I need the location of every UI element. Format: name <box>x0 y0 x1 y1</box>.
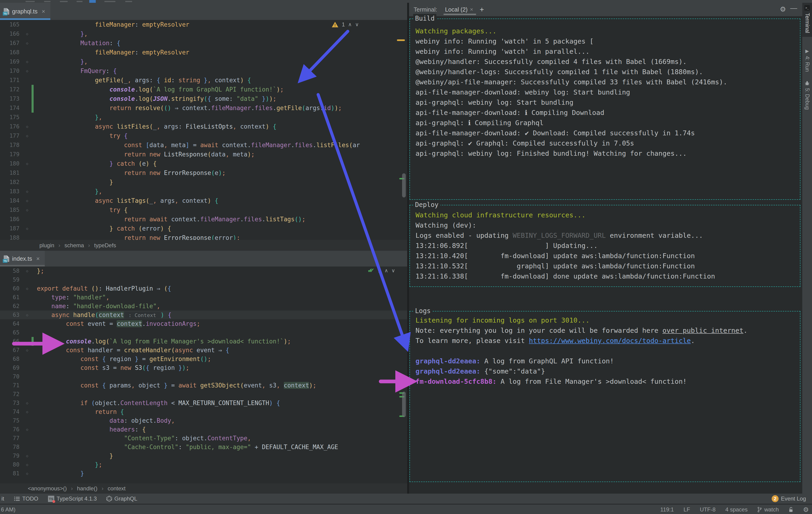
line-number[interactable]: 77 <box>0 434 23 443</box>
line-number[interactable]: 165 <box>0 20 23 29</box>
breadcrumb-item[interactable]: typeDefs <box>94 242 116 249</box>
line-number[interactable]: 174 <box>0 103 23 113</box>
line-number[interactable]: 185 <box>0 205 23 215</box>
line-number[interactable]: 178 <box>0 141 23 150</box>
tab-index-ts[interactable]: TS index.ts × <box>0 251 45 267</box>
close-icon[interactable]: × <box>470 6 473 13</box>
prev-issue-icon[interactable]: ∧ <box>384 268 388 274</box>
line-number[interactable]: 171 <box>0 75 23 85</box>
encoding-widget[interactable]: UTF-8 <box>700 506 716 513</box>
gear-icon[interactable]: ⚙ <box>780 5 786 13</box>
editor1-scrollbar[interactable] <box>402 173 406 198</box>
next-issue-icon[interactable]: ∨ <box>392 268 395 274</box>
line-number[interactable]: 183 <box>0 187 23 196</box>
line-number[interactable]: 67 <box>0 346 23 355</box>
close-icon[interactable]: × <box>36 255 40 262</box>
line-number[interactable]: 60 <box>0 284 23 293</box>
editor2-scrollbar[interactable] <box>402 392 406 417</box>
line-number[interactable]: 63 <box>0 310 23 319</box>
line-number[interactable]: 177 <box>0 131 23 141</box>
line-number[interactable]: 173 <box>0 94 23 103</box>
active-terminal-tab-indicator <box>443 14 476 15</box>
graphql-status-button[interactable]: GraphQL <box>107 495 137 502</box>
line-number[interactable]: 79 <box>0 451 23 460</box>
line-number[interactable]: 64 <box>0 319 23 328</box>
tab-graphql-ts[interactable]: TS graphql.ts × <box>0 3 50 20</box>
breadcrumb-item[interactable]: <anonymous>() <box>28 485 67 492</box>
caret-position-widget[interactable]: 119:1 <box>660 506 674 513</box>
line-number[interactable]: 58 <box>0 267 23 275</box>
editor2-tabbar: TS index.ts × <box>0 251 407 267</box>
next-issue-icon[interactable]: ∨ <box>355 22 359 28</box>
line-number[interactable]: 59 <box>0 275 23 284</box>
line-number[interactable]: 80 <box>0 460 23 469</box>
breadcrumb-item[interactable]: schema <box>64 242 84 249</box>
line-number[interactable]: 78 <box>0 443 23 451</box>
line-number[interactable]: 68 <box>0 355 23 363</box>
line-number[interactable]: 62 <box>0 302 23 310</box>
line-number[interactable]: 70 <box>0 372 23 381</box>
todo-button[interactable]: TODO <box>14 495 38 502</box>
line-number[interactable]: 170 <box>0 66 23 75</box>
line-number[interactable]: 184 <box>0 196 23 205</box>
line-number[interactable]: 76 <box>0 425 23 434</box>
line-number[interactable]: 182 <box>0 178 23 187</box>
error-stripe-warning-mark[interactable] <box>397 39 405 41</box>
line-number[interactable]: 180 <box>0 159 23 168</box>
line-number[interactable]: 179 <box>0 150 23 159</box>
line-number[interactable]: 167 <box>0 38 23 48</box>
line-number[interactable]: 168 <box>0 48 23 57</box>
stripe-run-button[interactable]: ▶ 4: Run <box>802 48 812 72</box>
inspection-widget[interactable]: ✔✔ 1 ∧ ∨ <box>368 267 395 274</box>
line-number[interactable]: 65 <box>0 328 23 337</box>
stripe-terminal-button[interactable]: >_ Terminal <box>802 3 812 37</box>
new-terminal-icon[interactable]: + <box>480 5 484 14</box>
line-number[interactable]: 169 <box>0 57 23 66</box>
terminal-line: @webiny/api-file-manager: Successfully c… <box>415 77 798 87</box>
line-number[interactable]: 71 <box>0 381 23 390</box>
line-number[interactable]: 186 <box>0 215 23 224</box>
editor1-code-area[interactable]: 165 fileManager: emptyResolver166◇ },167… <box>0 20 407 240</box>
terminal-line: webiny info: Running 'watch' in 5 packag… <box>415 36 798 47</box>
line-number[interactable]: 69 <box>0 363 23 372</box>
line-number[interactable]: 72 <box>0 390 23 399</box>
inspection-widget[interactable]: ! 1 ∧ ∨ <box>331 21 359 28</box>
indent-widget[interactable]: 4 spaces <box>725 506 748 513</box>
code-line: 66 console.log(`A log from File Manager'… <box>0 337 407 346</box>
code-line: 81◇ } <box>0 469 407 478</box>
line-number[interactable]: 187 <box>0 224 23 233</box>
line-number[interactable]: 66 <box>0 337 23 346</box>
line-number[interactable]: 73 <box>0 399 23 407</box>
lock-widget[interactable] <box>789 507 793 512</box>
minimize-icon[interactable]: — <box>790 4 797 12</box>
event-log-button[interactable]: 2 Event Log <box>772 495 806 502</box>
code-line: 61 type: "handler", <box>0 293 407 302</box>
line-number[interactable]: 81 <box>0 469 23 478</box>
breadcrumb-item[interactable]: context <box>108 485 125 492</box>
graphql-label: GraphQL <box>114 495 137 502</box>
line-number[interactable]: 188 <box>0 233 23 240</box>
line-ending-widget[interactable]: LF <box>684 506 690 513</box>
highlighting-level-widget[interactable]: ⚙ <box>803 506 809 514</box>
prev-issue-icon[interactable]: ∧ <box>348 22 352 28</box>
docs-link[interactable]: https://www.webiny.com/docs/todo-article <box>529 337 691 344</box>
editor2-code-area[interactable]: 58◇};5960◇export default (): HandlerPlug… <box>0 267 407 483</box>
terminal-tab-local[interactable]: Local (2) × <box>445 6 473 13</box>
build-section-title: Build <box>413 14 436 23</box>
line-number[interactable]: 61 <box>0 293 23 302</box>
git-branch-widget[interactable]: watch <box>757 506 779 513</box>
navbar-strip <box>0 0 812 3</box>
line-number[interactable]: 181 <box>0 168 23 178</box>
line-number[interactable]: 176 <box>0 122 23 131</box>
line-number[interactable]: 166 <box>0 29 23 38</box>
breadcrumb-item[interactable]: plugin <box>39 242 54 249</box>
stripe-debug-button[interactable]: 5: Debug <box>802 81 812 110</box>
line-number[interactable]: 172 <box>0 85 23 94</box>
terminal-line: 13:21:06.892[ ] Updating... <box>415 241 798 251</box>
line-number[interactable]: 75 <box>0 416 23 425</box>
breadcrumb-item[interactable]: handle() <box>77 485 97 492</box>
typescript-status-button[interactable]: TS TypeScript 4.1.3 <box>48 495 97 502</box>
line-number[interactable]: 175 <box>0 113 23 122</box>
line-number[interactable]: 74 <box>0 407 23 416</box>
close-icon[interactable]: × <box>42 8 45 15</box>
